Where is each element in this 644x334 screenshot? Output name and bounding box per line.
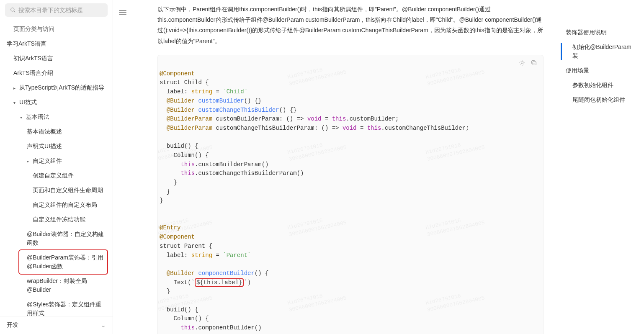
left-sidebar: 页面分类与访问学习ArkTS语言初识ArkTS语言ArkTS语言介绍▸从Type… [0,0,113,334]
nav-item[interactable]: @BuilderParam装饰器：引用@Builder函数 [0,250,113,274]
theme-toggle-icon[interactable] [519,59,526,66]
hamburger-icon [119,10,126,16]
nav-item-label: 初识ArkTS语言 [13,55,53,62]
nav-item-label: @BuilderParam装饰器：引用@Builder函数 [27,254,103,270]
code-line: @Entry [158,224,543,233]
nav-item-label: ArkTS语言介绍 [13,69,53,76]
code-line: label: string = `Child` [158,87,543,97]
nav-item[interactable]: ▾UI范式 [0,95,113,110]
nav-item-label: 自定义组件 [33,157,62,164]
code-line: @Builder customBuilder() {} [158,97,543,106]
intro-paragraph: 以下示例中，Parent组件在调用this.componentBuilder()… [157,4,544,46]
nav-item-label: 基本语法 [26,113,49,120]
search-icon [10,7,16,13]
nav-item-label: @Styles装饰器：定义组件重用样式 [27,301,101,316]
search-input[interactable] [5,3,108,17]
code-line: } [158,196,543,206]
code-line: struct Parent { [158,242,543,251]
svg-line-1 [14,11,15,13]
nav-item[interactable]: 自定义组件的自定义布局 [0,198,113,212]
nav-item[interactable]: ArkTS语言介绍 [0,66,113,80]
nav-item[interactable]: 页面分类与访问 [0,22,113,36]
code-line: this.componentBuilder() [158,324,543,333]
svg-line-10 [524,61,524,61]
nav-item[interactable]: @Builder装饰器：自定义构建函数 [0,227,113,250]
code-line: @BuilderParam customChangeThisBuilderPar… [158,124,543,133]
svg-point-2 [521,62,523,64]
svg-rect-11 [533,62,536,65]
nav-tree: 页面分类与访问学习ArkTS语言初识ArkTS语言ArkTS语言介绍▸从Type… [0,20,113,334]
nav-item[interactable]: 基本语法概述 [0,124,113,139]
code-line: } [158,287,543,296]
sidebar-collapse-button[interactable] [113,0,132,334]
nav-item-label: wrapBuilder：封装全局@Builder [27,277,87,293]
nav-item[interactable]: 学习ArkTS语言 [0,36,113,51]
nav-item-label: 自定义组件的自定义布局 [33,201,97,208]
code-line: struct Child { [158,78,543,87]
svg-rect-12 [532,60,535,64]
nav-item-label: 页面和自定义组件生命周期 [33,187,103,193]
nav-item[interactable]: 页面和自定义组件生命周期 [0,183,113,198]
nav-item-label: 从TypeScript到ArkTS的适配指导 [19,84,104,91]
code-line [158,260,543,269]
code-line: this.customChangeThisBuilderParam() [158,169,543,178]
nav-item[interactable]: ▾基本语法 [0,110,113,124]
right-toc: 装饰器使用说明初始化@BuilderParam装使用场景参数初始化组件尾随闭包初… [560,0,644,334]
nav-item[interactable]: 声明式UI描述 [0,139,113,154]
code-line: } [158,178,543,188]
svg-point-0 [11,8,14,11]
code-line: } [158,188,543,197]
main-content: 以下示例中，Parent组件在调用this.componentBuilder()… [132,0,560,334]
code-line: this.customBuilderParam() [158,160,543,170]
code-line [158,133,543,142]
nav-item[interactable]: 自定义组件冻结功能 [0,212,113,227]
chevron-down-icon: ⌄ [101,322,106,329]
toc-item[interactable]: 装饰器使用说明 [566,25,636,40]
toc-item[interactable]: 尾随闭包初始化组件 [566,92,636,107]
code-line: Text(`${this.label}`) [158,278,543,288]
nav-item[interactable]: ▾自定义组件 [0,154,113,168]
chevron-icon: ▸ [13,85,18,91]
toc-item[interactable]: 使用场景 [566,63,636,78]
code-line: @Component [158,233,543,242]
code-content: Hid26791016300860007562804005 Hid2679101… [158,66,543,334]
nav-item-label: 声明式UI描述 [27,143,62,149]
sidebar-bottom-bar[interactable]: 开发 ⌄ [0,316,113,334]
code-line [158,206,543,215]
code-line: label: string = `Parent` [158,251,543,260]
code-line: @Builder customChangeThisBuilder() {} [158,106,543,115]
nav-item[interactable]: 初识ArkTS语言 [0,51,113,66]
svg-line-7 [520,61,520,61]
svg-line-9 [520,64,520,64]
nav-item-label: 创建自定义组件 [33,172,74,179]
nav-item-label: 自定义组件冻结功能 [33,216,85,223]
code-line: Column() { [158,151,543,160]
svg-line-8 [524,64,524,64]
code-line [158,215,543,224]
nav-item-label: 基本语法概述 [27,128,62,135]
nav-item[interactable]: wrapBuilder：封装全局@Builder [0,274,113,297]
nav-item[interactable]: 创建自定义组件 [0,168,113,183]
nav-item-label: 页面分类与访问 [13,26,54,32]
code-line [158,296,543,306]
chevron-icon: ▾ [13,100,18,106]
code-line: @Builder componentBuilder() { [158,269,543,278]
copy-icon[interactable] [531,59,537,66]
bottom-bar-label: 开发 [7,321,18,329]
toc-item[interactable]: 参数初始化组件 [566,78,636,92]
nav-item-label: 学习ArkTS语言 [7,40,46,47]
code-block: Hid26791016300860007562804005 Hid2679101… [157,55,544,334]
code-line: build() { [158,142,543,151]
chevron-icon: ▾ [27,158,31,164]
code-line: Column() { [158,314,543,324]
nav-item[interactable]: ▸从TypeScript到ArkTS的适配指导 [0,80,113,95]
code-line: @BuilderParam customBuilderParam: () => … [158,115,543,124]
code-line: @Component [158,69,543,79]
toc-item[interactable]: 初始化@BuilderParam装 [566,40,636,63]
code-line: build() { [158,306,543,315]
chevron-icon: ▾ [20,114,24,121]
nav-item-label: @Builder装饰器：自定义构建函数 [27,231,104,246]
nav-item-label: UI范式 [19,99,37,105]
